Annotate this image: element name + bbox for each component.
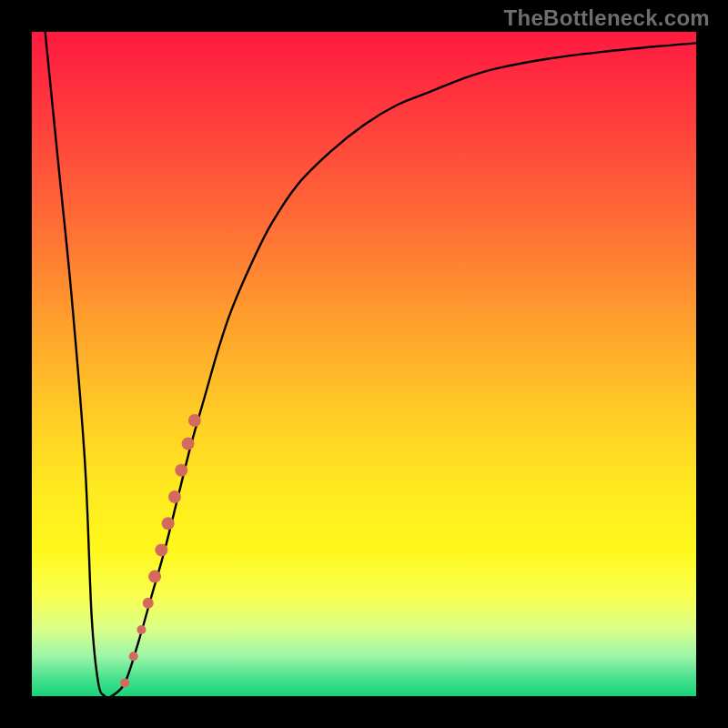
curve-marker [148, 571, 161, 583]
curve-marker [155, 543, 167, 556]
curve-marker [120, 678, 129, 687]
bottleneck-curve [46, 32, 696, 696]
curve-marker [143, 598, 154, 609]
curve-marker [129, 652, 138, 661]
plot-area [32, 32, 696, 696]
curve-svg [32, 32, 696, 696]
watermark-text: TheBottleneck.com [504, 5, 710, 31]
curve-marker [162, 517, 175, 530]
curve-marker [188, 414, 201, 427]
curve-marker [182, 438, 195, 450]
curve-marker [175, 464, 187, 477]
curve-marker [136, 625, 146, 634]
curve-marker [168, 490, 181, 503]
chart-frame: TheBottleneck.com [0, 0, 728, 728]
